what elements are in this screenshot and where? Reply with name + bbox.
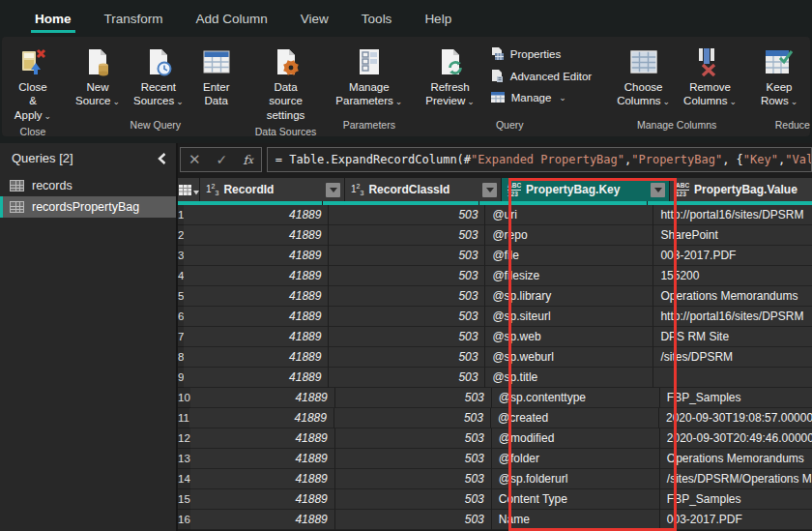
cell-propertybag-value[interactable]: FBP_Samples — [660, 489, 812, 510]
cell-propertybag-value[interactable]: 2020-09-30T19:08:57.00000 — [659, 408, 812, 428]
menu-tab-view[interactable]: View — [287, 0, 342, 37]
cell-recordid[interactable]: 41889 — [184, 327, 329, 347]
cell-recordid[interactable]: 41889 — [190, 388, 335, 408]
cell-recordid[interactable]: 41889 — [190, 449, 335, 469]
cell-propertybag-value[interactable]: 2020-09-30T20:49:46.00000 — [660, 428, 812, 449]
cell-propertybag-key[interactable]: @sp.contenttype — [492, 388, 660, 408]
cell-propertybag-key[interactable]: @sp.library — [485, 286, 653, 307]
cell-recordclassid[interactable]: 503 — [329, 266, 485, 286]
cell-propertybag-value[interactable]: http://portal16/sites/DPSRM — [653, 307, 812, 327]
column-header-propertybag-key[interactable]: ABC123PropertyBag.Key — [502, 178, 670, 201]
query-item-recordspropertybag[interactable]: recordsPropertyBag — [0, 196, 176, 218]
remove-rows-button[interactable]: RemoveRows⌄ — [806, 43, 810, 109]
remove-columns-button[interactable]: RemoveColumns⌄ — [678, 43, 742, 109]
keep-rows-button[interactable]: KeepRows⌄ — [754, 43, 804, 109]
cell-propertybag-value[interactable]: SharePoint — [653, 225, 812, 246]
column-header-recordclassid[interactable]: 123RecordClassId — [345, 178, 502, 201]
cell-propertybag-key[interactable]: @sp.folderurl — [492, 469, 660, 489]
cell-recordclassid[interactable]: 503 — [335, 489, 492, 510]
cell-recordid[interactable]: 41889 — [190, 510, 335, 530]
x-icon[interactable]: ✕ — [188, 151, 201, 168]
refresh-preview-button[interactable]: RefreshPreview⌄ — [420, 43, 479, 109]
cell-recordclassid[interactable]: 503 — [329, 327, 485, 347]
close-apply-button[interactable]: Close &Apply⌄ — [8, 43, 58, 123]
cell-propertybag-key[interactable]: @created — [491, 408, 659, 428]
cell-recordclassid[interactable]: 503 — [329, 205, 485, 225]
cell-recordclassid[interactable]: 503 — [329, 307, 485, 327]
manage-button[interactable]: Manage⌄ — [486, 89, 595, 105]
cell-recordid[interactable]: 41889 — [190, 489, 335, 510]
cell-recordclassid[interactable]: 503 — [335, 510, 492, 530]
cell-recordclassid[interactable]: 503 — [335, 388, 492, 408]
cell-recordclassid[interactable]: 503 — [329, 246, 485, 266]
menu-tab-help[interactable]: Help — [411, 0, 465, 37]
cell-recordclassid[interactable]: 503 — [334, 408, 491, 428]
menu-tab-transform[interactable]: Transform — [91, 0, 177, 37]
fx-icon[interactable]: fx — [243, 153, 252, 167]
cell-recordid[interactable]: 41889 — [184, 266, 329, 286]
properties-button[interactable]: Properties — [486, 44, 595, 63]
row-number[interactable]: 10 — [178, 388, 190, 408]
row-number[interactable]: 13 — [178, 449, 190, 469]
cell-propertybag-value[interactable]: http://portal16/sites/DPSRM — [653, 205, 812, 225]
choose-columns-button[interactable]: ChooseColumns⌄ — [611, 43, 676, 109]
new-source-button[interactable]: NewSource⌄ — [70, 43, 126, 109]
cell-propertybag-value[interactable]: 003-2017.PDF — [660, 510, 812, 530]
cell-propertybag-value[interactable]: Operations Memorandums — [660, 449, 812, 469]
cell-recordclassid[interactable]: 503 — [335, 449, 492, 469]
menu-tab-add-column[interactable]: Add Column — [183, 0, 281, 37]
cell-recordid[interactable]: 41889 — [184, 286, 329, 307]
cell-propertybag-key[interactable]: @folder — [492, 449, 660, 469]
manage-parameters-button[interactable]: ManageParameters⌄ — [330, 43, 408, 109]
cell-propertybag-key[interactable]: @sp.siteurl — [485, 307, 653, 327]
cell-recordid[interactable]: 41889 — [184, 368, 329, 388]
cell-recordclassid[interactable]: 503 — [329, 347, 485, 368]
cell-propertybag-value[interactable]: DPS RM Site — [653, 327, 812, 347]
advanced-editor-button[interactable]: Advanced Editor — [486, 67, 595, 85]
row-number[interactable]: 16 — [178, 510, 190, 530]
cell-propertybag-key[interactable]: @sp.title — [485, 368, 653, 388]
filter-dropdown-icon[interactable] — [651, 183, 665, 197]
enter-data-button[interactable]: Enter Data — [191, 43, 242, 109]
menu-tab-home[interactable]: Home — [21, 0, 85, 37]
cell-recordid[interactable]: 41889 — [184, 225, 329, 246]
cell-recordclassid[interactable]: 503 — [329, 286, 485, 307]
cell-propertybag-value[interactable]: /sites/DPSRM — [653, 347, 812, 368]
cell-propertybag-key[interactable]: @repo — [485, 225, 653, 246]
cell-propertybag-value[interactable]: /sites/DPSRM/Operations M — [660, 469, 812, 489]
cell-recordid[interactable]: 41889 — [184, 246, 329, 266]
query-item-records[interactable]: records — [0, 175, 176, 196]
cell-propertybag-key[interactable]: Content Type — [492, 489, 660, 510]
cell-propertybag-value[interactable]: Operations Memorandums — [653, 286, 812, 307]
cell-recordclassid[interactable]: 503 — [329, 368, 485, 388]
column-header-recordid[interactable]: 123RecordId — [200, 178, 345, 201]
cell-recordid[interactable]: 41889 — [184, 205, 329, 225]
select-all-corner[interactable] — [178, 178, 200, 201]
recent-sources-button[interactable]: RecentSources⌄ — [128, 43, 189, 109]
filter-dropdown-icon[interactable] — [326, 183, 340, 197]
cell-recordclassid[interactable]: 503 — [335, 469, 492, 489]
cell-recordid[interactable]: 41889 — [190, 469, 335, 489]
cell-propertybag-key[interactable]: Name — [492, 510, 660, 530]
data-source-settings-button[interactable]: Data source settings — [253, 43, 319, 123]
column-header-propertybag-value[interactable]: ABC123PropertyBag.Value — [670, 178, 812, 201]
cell-propertybag-key[interactable]: @sp.weburl — [485, 347, 653, 368]
cell-recordid[interactable]: 41889 — [184, 347, 329, 368]
cell-propertybag-key[interactable]: @sp.web — [485, 327, 653, 347]
formula-input[interactable]: = Table.ExpandRecordColumn(#"Expanded Pr… — [267, 147, 812, 172]
row-number[interactable]: 12 — [178, 428, 190, 449]
row-number[interactable]: 15 — [178, 489, 190, 510]
check-icon[interactable]: ✓ — [217, 152, 228, 167]
cell-recordclassid[interactable]: 503 — [329, 225, 485, 246]
chevron-left-icon[interactable] — [158, 153, 166, 164]
cell-propertybag-key[interactable]: @modified — [492, 428, 660, 449]
cell-recordid[interactable]: 41889 — [190, 428, 335, 449]
cell-propertybag-key[interactable]: @filesize — [485, 266, 653, 286]
cell-propertybag-key[interactable]: @uri — [485, 205, 653, 225]
cell-propertybag-key[interactable]: @file — [485, 246, 653, 266]
filter-dropdown-icon[interactable] — [482, 183, 497, 197]
cell-propertybag-value[interactable]: 003-2017.PDF — [653, 246, 812, 266]
cell-propertybag-value[interactable]: FBP_Samples — [660, 388, 812, 408]
cell-recordid[interactable]: 41889 — [184, 307, 329, 327]
cell-recordclassid[interactable]: 503 — [335, 428, 492, 449]
